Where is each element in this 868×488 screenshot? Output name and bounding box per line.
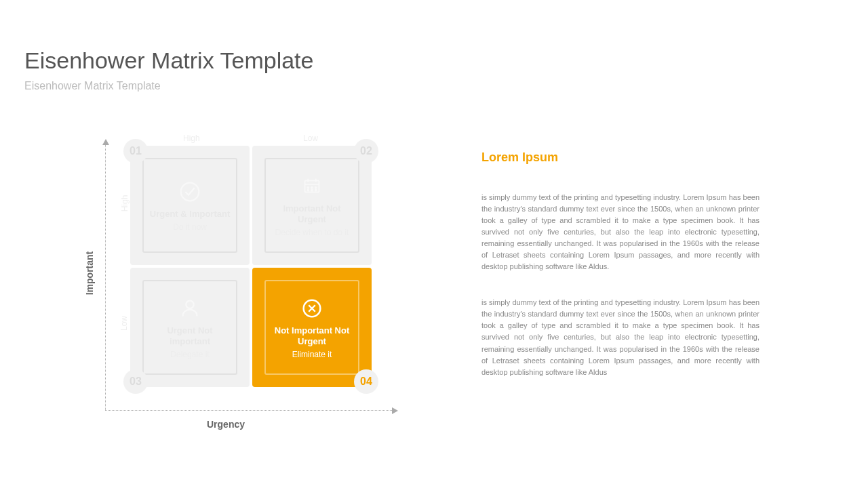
col-header-high: High [183, 134, 200, 143]
checkmark-circle-icon [177, 179, 203, 205]
quadrant-urgent-not-important: 03 Urgent Not important Delegate it [130, 268, 250, 387]
quadrant-subtitle: Eliminate it [292, 350, 332, 359]
person-icon [177, 296, 203, 321]
svg-point-6 [311, 187, 313, 188]
quadrant-number: 03 [123, 369, 148, 394]
row-header-high: High [120, 195, 130, 212]
quadrant-urgent-important: 01 Urgent & Important Do it now [130, 146, 250, 265]
y-axis-arrow-icon [102, 139, 109, 145]
svg-point-9 [311, 190, 313, 191]
description-paragraph: is simply dummy text of the printing and… [481, 297, 760, 378]
quadrant-subtitle: Do it now [173, 222, 207, 232]
quadrant-subtitle: Delegate it [170, 350, 209, 359]
svg-point-5 [307, 187, 309, 188]
page-title: Eisenhower Matrix Template [24, 47, 313, 74]
y-axis-label: Important [84, 251, 95, 296]
quadrant-number: 04 [354, 369, 378, 394]
quadrant-number: 02 [354, 139, 378, 163]
x-axis-label: Urgency [207, 419, 245, 430]
quadrant-important-not-urgent: 02 Important Not Urgent Decide when to d… [252, 146, 372, 265]
description-heading: Lorem Ipsum [481, 150, 760, 165]
page-subtitle: Eisenhower Matrix Template [24, 80, 161, 92]
cancel-circle-icon [299, 296, 325, 321]
x-axis [105, 410, 393, 411]
svg-point-11 [186, 300, 193, 308]
description-paragraph: is simply dummy text of the printing and… [481, 192, 760, 272]
quadrant-subtitle: Decide when to do it [275, 228, 349, 237]
svg-point-0 [181, 183, 199, 201]
svg-point-8 [307, 190, 309, 191]
row-header-low: Low [119, 316, 129, 331]
col-header-low: Low [303, 134, 318, 143]
quadrant-title: Urgent & Important [150, 209, 230, 220]
eisenhower-matrix: 01 Urgent & Important Do it now 02 [130, 146, 372, 387]
quadrant-title: Important Not Urgent [271, 203, 353, 226]
svg-point-10 [315, 190, 317, 191]
quadrant-title: Urgent Not important [149, 325, 231, 348]
description-panel: Lorem Ipsum is simply dummy text of the … [481, 150, 760, 403]
y-axis [105, 142, 106, 410]
quadrant-not-important-not-urgent: 04 Not Important Not Urgent Eliminate it [252, 268, 372, 387]
svg-point-7 [315, 187, 317, 188]
calendar-icon [299, 174, 325, 199]
quadrant-title: Not Important Not Urgent [271, 325, 353, 348]
quadrant-number: 01 [123, 139, 148, 163]
x-axis-arrow-icon [392, 407, 398, 414]
